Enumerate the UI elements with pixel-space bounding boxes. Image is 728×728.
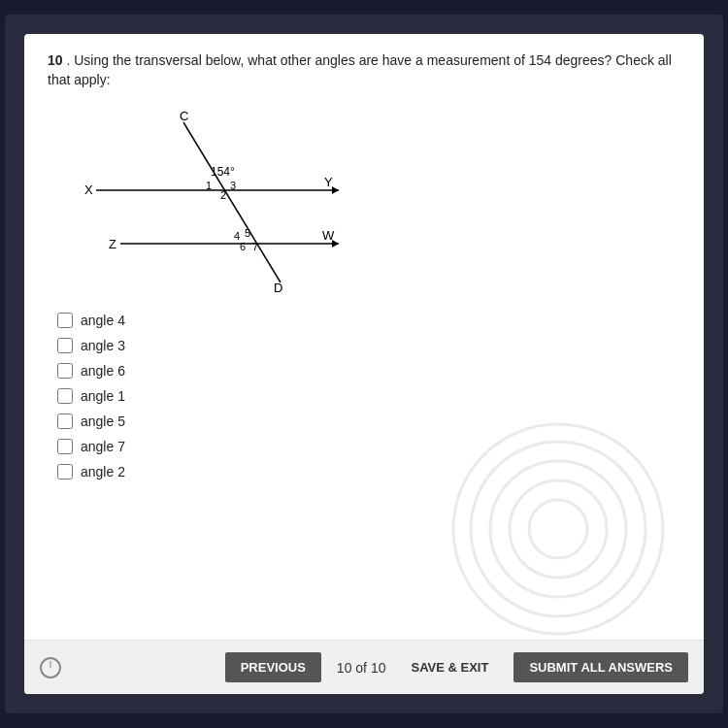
label-angle3[interactable]: angle 3 (81, 338, 125, 353)
label-angle1[interactable]: angle 1 (81, 388, 125, 404)
question-text: 10 . Using the transversal below, what o… (48, 51, 680, 89)
question-area: 10 . Using the transversal below, what o… (24, 34, 704, 640)
label-7: 7 (252, 241, 258, 252)
clock-icon (40, 657, 61, 678)
question-number: 10 (48, 52, 63, 68)
label-d: D (274, 281, 282, 295)
label-5: 5 (245, 227, 250, 239)
option-angle1[interactable]: angle 1 (57, 388, 680, 404)
label-z: Z (109, 237, 116, 251)
option-angle4[interactable]: angle 4 (57, 313, 680, 328)
save-exit-button[interactable]: SAVE & EXIT (401, 652, 498, 682)
option-angle6[interactable]: angle 6 (57, 363, 680, 379)
footer-left (40, 657, 61, 678)
previous-button[interactable]: PREVIOUS (225, 652, 321, 682)
label-angle2[interactable]: angle 2 (81, 464, 125, 480)
checkbox-angle5[interactable] (57, 414, 73, 429)
checkbox-angle6[interactable] (57, 363, 73, 379)
label-degree: 154° (211, 165, 235, 179)
submit-button[interactable]: SUBMIT ALL ANSWERS (513, 652, 688, 682)
label-angle6[interactable]: angle 6 (81, 363, 125, 379)
svg-line-9 (183, 122, 281, 282)
checkbox-angle1[interactable] (57, 388, 73, 404)
checkbox-angle2[interactable] (57, 464, 73, 480)
page-indicator: 10 of 10 (337, 660, 386, 676)
footer-bar: PREVIOUS 10 of 10 SAVE & EXIT SUBMIT ALL… (24, 640, 704, 694)
label-2: 2 (220, 189, 226, 201)
checkbox-angle3[interactable] (57, 338, 73, 353)
label-w: W (322, 228, 335, 243)
option-angle2[interactable]: angle 2 (57, 464, 680, 480)
option-angle7[interactable]: angle 7 (57, 439, 680, 454)
diagram-svg: C Y X Z W D 154° 1 2 (67, 103, 378, 297)
label-angle4[interactable]: angle 4 (81, 313, 125, 328)
checkbox-angle4[interactable] (57, 313, 73, 328)
screen: 10 . Using the transversal below, what o… (5, 15, 723, 713)
answer-options: angle 4 angle 3 angle 6 angle 1 angle 5 (48, 313, 680, 480)
option-angle3[interactable]: angle 3 (57, 338, 680, 353)
svg-marker-6 (332, 186, 339, 194)
transversal-diagram: C Y X Z W D 154° 1 2 (67, 103, 378, 297)
label-y: Y (324, 175, 333, 189)
quiz-card: 10 . Using the transversal below, what o… (24, 34, 704, 694)
question-body: . Using the transversal below, what othe… (48, 52, 672, 87)
label-angle5[interactable]: angle 5 (81, 414, 125, 429)
label-1: 1 (206, 180, 212, 191)
checkbox-angle7[interactable] (57, 439, 73, 454)
label-angle7[interactable]: angle 7 (81, 439, 125, 454)
label-c: C (180, 109, 188, 123)
label-6: 6 (240, 241, 246, 252)
label-x: X (84, 182, 93, 197)
label-3: 3 (230, 180, 236, 191)
option-angle5[interactable]: angle 5 (57, 414, 680, 429)
